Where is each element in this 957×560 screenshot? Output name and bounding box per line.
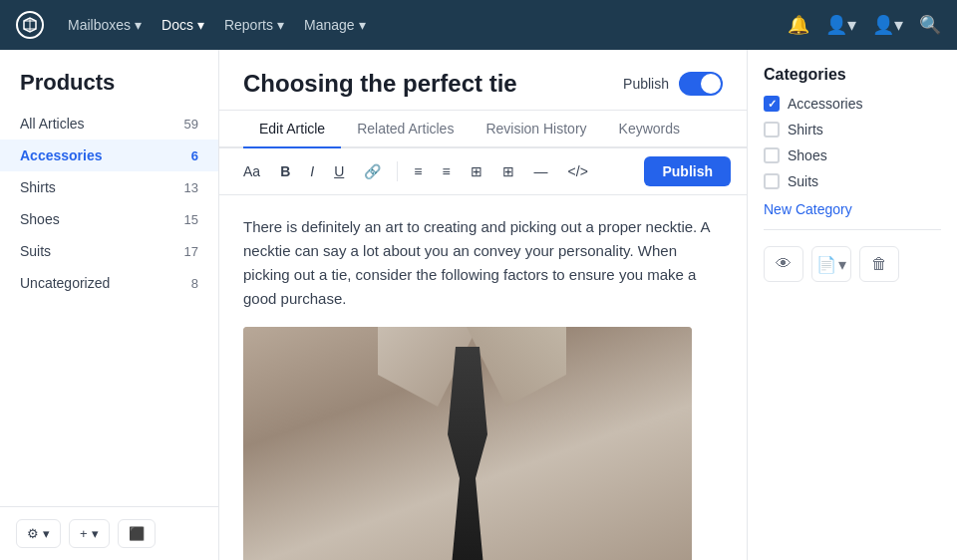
add-button[interactable]: + ▾ (69, 519, 110, 548)
topnav-right: 🔔 👤▾ 👤▾ 🔍 (788, 14, 941, 36)
checkbox-shoes[interactable] (764, 147, 780, 163)
toolbar-link[interactable]: 🔗 (356, 158, 389, 184)
publish-area: Publish (623, 72, 723, 96)
sidebar-item-uncategorized[interactable]: Uncategorized 8 (0, 267, 218, 299)
category-accessories[interactable]: Accessories (764, 96, 941, 112)
file-icon: 📄 (816, 255, 836, 274)
panel-actions: 👁 📄 ▾ 🗑 (764, 242, 941, 282)
delete-action-button[interactable]: 🗑 (859, 246, 899, 282)
toolbar-underline[interactable]: U (326, 158, 352, 184)
topnav: Mailboxes ▾ Docs ▾ Reports ▾ Manage ▾ 🔔 … (0, 0, 957, 50)
toolbar-list-unordered[interactable]: ≡ (406, 158, 430, 184)
category-suits[interactable]: Suits (764, 173, 941, 189)
toolbar-italic[interactable]: I (302, 158, 322, 184)
search-icon[interactable]: 🔍 (919, 14, 941, 36)
chevron-down-icon: ▾ (277, 17, 284, 33)
sidebar-item-shirts[interactable]: Shirts 13 (0, 171, 218, 203)
notification-icon[interactable]: 🔔 (788, 14, 809, 36)
settings-button[interactable]: ⚙ ▾ (16, 519, 61, 548)
nav-mailboxes[interactable]: Mailboxes ▾ (68, 17, 142, 33)
sidebar-item-all-articles[interactable]: All Articles 59 (0, 108, 218, 140)
nav-manage[interactable]: Manage ▾ (304, 17, 366, 33)
chevron-down-icon: ▾ (838, 255, 846, 274)
user-settings-icon[interactable]: 👤▾ (825, 14, 856, 36)
article-tabs: Edit Article Related Articles Revision H… (219, 111, 747, 148)
nav-items: Mailboxes ▾ Docs ▾ Reports ▾ Manage ▾ (68, 17, 764, 33)
new-category-button[interactable]: New Category (764, 201, 941, 217)
gear-icon: ⚙ (27, 526, 39, 541)
trash-icon: 🗑 (871, 255, 887, 273)
toolbar-code[interactable]: </> (560, 158, 596, 184)
checkbox-accessories[interactable] (764, 96, 780, 112)
avatar-icon[interactable]: 👤▾ (872, 14, 903, 36)
toolbar-divider (397, 161, 398, 181)
editor-text: There is definitely an art to creating a… (243, 215, 723, 311)
checkbox-shirts[interactable] (764, 122, 780, 138)
logo-icon[interactable] (16, 11, 44, 39)
plus-icon: + (80, 526, 88, 541)
sidebar: Products All Articles 59 Accessories 6 S… (0, 50, 219, 560)
toolbar-publish-button[interactable]: Publish (644, 156, 731, 186)
sidebar-item-accessories[interactable]: Accessories 6 (0, 140, 218, 171)
category-shoes[interactable]: Shoes (764, 147, 941, 163)
export-action-button[interactable]: 📄 ▾ (811, 246, 851, 282)
publish-toggle[interactable] (679, 72, 723, 96)
category-shirts[interactable]: Shirts (764, 122, 941, 138)
preview-action-button[interactable]: 👁 (764, 246, 803, 282)
article-header: Choosing the perfect tie Publish (219, 50, 747, 111)
chevron-down-icon: ▾ (197, 17, 204, 33)
main-content: Choosing the perfect tie Publish Edit Ar… (219, 50, 748, 560)
right-panel: Categories Accessories Shirts Shoes Suit… (748, 50, 957, 560)
nav-reports[interactable]: Reports ▾ (224, 17, 284, 33)
toolbar-list-ordered[interactable]: ≡ (434, 158, 458, 184)
tab-keywords[interactable]: Keywords (603, 111, 696, 148)
chevron-down-icon: ▾ (43, 526, 50, 541)
sidebar-title: Products (0, 50, 218, 108)
monitor-icon: ⬛ (129, 526, 145, 541)
editor-area[interactable]: There is definitely an art to creating a… (219, 195, 747, 560)
chevron-down-icon: ▾ (135, 17, 142, 33)
panel-divider (764, 229, 941, 230)
toolbar-image[interactable]: ⊞ (463, 158, 490, 184)
editor-toolbar: Aa B I U 🔗 ≡ ≡ ⊞ ⊞ — </> Publish (219, 148, 747, 195)
tab-related-articles[interactable]: Related Articles (341, 111, 470, 148)
editor-image (243, 327, 692, 560)
sidebar-item-suits[interactable]: Suits 17 (0, 235, 218, 267)
sidebar-list: All Articles 59 Accessories 6 Shirts 13 … (0, 108, 218, 506)
chevron-down-icon: ▾ (92, 526, 99, 541)
layout: Products All Articles 59 Accessories 6 S… (0, 50, 957, 560)
article-title: Choosing the perfect tie (243, 70, 517, 98)
toolbar-divider-insert[interactable]: — (526, 158, 556, 184)
categories-title: Categories (764, 66, 941, 84)
eye-icon: 👁 (776, 255, 792, 273)
sidebar-footer: ⚙ ▾ + ▾ ⬛ (0, 506, 218, 560)
category-list: Accessories Shirts Shoes Suits (764, 96, 941, 189)
tab-edit-article[interactable]: Edit Article (243, 111, 341, 148)
toolbar-bold[interactable]: B (272, 158, 298, 184)
preview-button[interactable]: ⬛ (118, 519, 156, 548)
sidebar-item-shoes[interactable]: Shoes 15 (0, 203, 218, 235)
checkbox-suits[interactable] (764, 173, 780, 189)
nav-docs[interactable]: Docs ▾ (161, 17, 204, 33)
tab-revision-history[interactable]: Revision History (470, 111, 602, 148)
toolbar-table[interactable]: ⊞ (494, 158, 522, 184)
toolbar-font-size[interactable]: Aa (235, 158, 268, 184)
chevron-down-icon: ▾ (359, 17, 366, 33)
publish-label: Publish (623, 76, 669, 92)
tie-photo (243, 327, 692, 560)
